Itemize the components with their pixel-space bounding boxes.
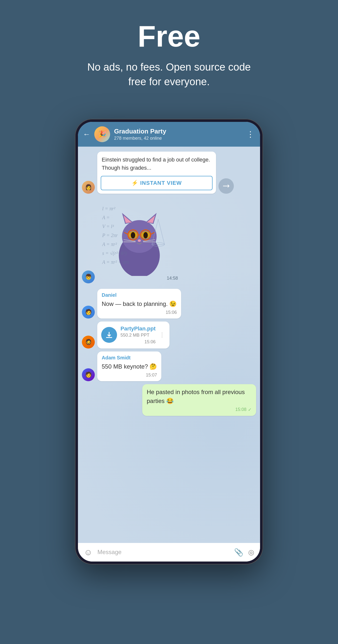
file-info: PartyPlan.ppt 550.2 MB PPT 15:06 [120,326,156,344]
svg-point-15 [138,239,141,242]
adam-bubble: Adam Smidt 550 MB keynote? 🤔 15:07 [97,352,161,381]
own-footer: 15:08 ✓ [147,407,252,412]
download-button[interactable] [101,327,117,343]
avatar-emoji: 🎉 [94,126,110,142]
file-more-options[interactable]: ⋮ [159,332,166,338]
svg-point-9 [143,232,148,238]
checkmark-icon: ✓ [248,407,252,412]
phone-mockup: ← 🎉 Graduation Party 278 members, 42 onl… [75,119,263,564]
own-time: 15:08 [235,407,247,412]
article-message-row: 👩 Einstein struggled to find a job out o… [82,152,256,194]
chat-header: ← 🎉 Graduation Party 278 members, 42 onl… [78,122,260,147]
input-bar: ☺ Message 📎 ◎ [78,543,260,562]
daniel-message-row: 🧑 Daniel Now — back to planning. 😉 15:06 [82,289,256,318]
message-input[interactable]: Message [97,549,229,556]
instant-view-button[interactable]: ⚡ INSTANT VIEW [101,176,213,190]
hero-title: Free [82,20,256,52]
adam-footer: 15:07 [102,372,157,378]
daniel-bubble: Daniel Now — back to planning. 😉 15:06 [97,289,181,318]
sender-avatar-guy1: 👦 [82,270,95,283]
file-time: 15:06 [144,339,156,344]
file-footer: 15:06 [120,339,156,344]
phone-screen: ← 🎉 Graduation Party 278 members, 42 onl… [78,122,260,562]
phone-frame: ← 🎉 Graduation Party 278 members, 42 onl… [75,119,263,564]
attach-button[interactable]: 📎 [234,548,243,556]
cat-sticker [107,206,171,276]
share-button[interactable] [219,178,234,194]
daniel-footer: 15:06 [102,310,177,315]
daniel-name: Daniel [102,292,177,298]
own-text: He pasted in photos from all previous pa… [147,388,252,406]
adam-time: 15:07 [146,372,157,378]
sticker-container: l = πr² A = V = l³ P = 2πr A = πr² s = √… [97,199,181,283]
adam-name: Adam Smidt [102,355,157,361]
group-avatar: 🎉 [94,126,110,142]
file-bubble: PartyPlan.ppt 550.2 MB PPT 15:06 ⋮ [97,322,169,348]
article-bubble-wrapper: Einstein struggled to find a job out of … [97,152,234,194]
sticker-time: 14:58 [167,276,178,281]
own-message-row: He pasted in photos from all previous pa… [82,384,256,416]
adam-message-row: 🧑 Adam Smidt 550 MB keynote? 🤔 15:07 [82,352,256,381]
hero-section: Free No ads, no fees. Open source code f… [77,0,261,104]
chat-meta: 278 members, 42 online [114,136,243,141]
guy2-avatar: 🧔 [82,336,95,348]
sender-avatar-girl: 👩 [82,181,95,194]
hero-subtitle: No ads, no fees. Open source code free f… [82,60,256,89]
camera-button[interactable]: ◎ [248,548,254,556]
adam-text: 550 MB keynote? 🤔 [102,362,157,371]
instant-view-label: INSTANT VIEW [140,180,182,186]
svg-point-8 [131,232,135,238]
chat-name: Graduation Party [114,128,243,135]
chat-info: Graduation Party 278 members, 42 online [114,128,243,141]
chat-body: 👩 Einstein struggled to find a job out o… [78,147,260,543]
bolt-icon: ⚡ [131,180,138,186]
daniel-text: Now — back to planning. 😉 [102,300,177,308]
daniel-time: 15:06 [166,310,177,315]
download-icon [105,331,113,339]
daniel-avatar: 🧑 [82,306,95,318]
more-options-button[interactable]: ⋮ [247,130,255,139]
adam-avatar: 🧑 [82,368,95,381]
svg-point-1 [122,220,157,253]
own-bubble: He pasted in photos from all previous pa… [142,384,256,416]
sticker-row: 👦 l = πr² A = V = l³ P = 2πr A = πr² s =… [82,199,256,283]
article-preview-text: Einstein struggled to find a job out of … [97,152,216,176]
share-icon [223,182,230,190]
emoji-button[interactable]: ☺ [84,548,92,557]
back-button[interactable]: ← [83,130,90,138]
article-bubble: Einstein struggled to find a job out of … [97,152,216,194]
file-size: 550.2 MB PPT [120,333,156,338]
file-message-row: 🧔 PartyPlan.ppt 550.2 MB PPT [82,322,256,348]
file-name: PartyPlan.ppt [120,326,156,332]
